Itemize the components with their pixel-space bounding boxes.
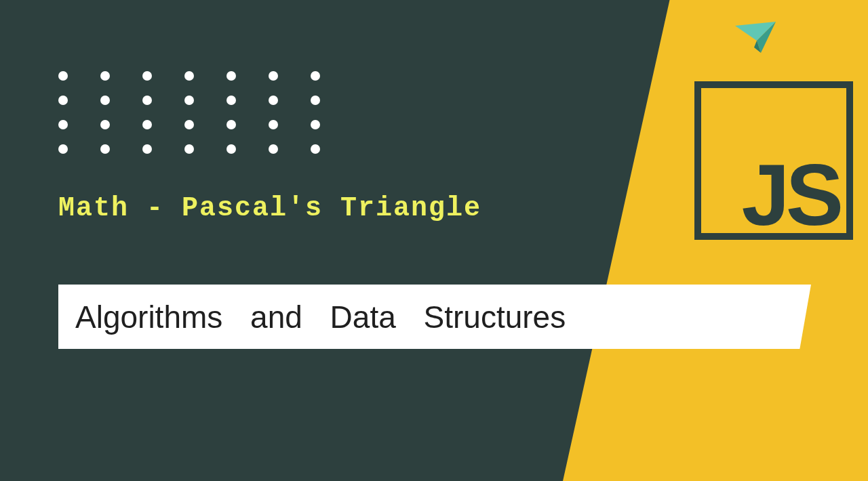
dot-icon (142, 96, 152, 105)
dot-icon (142, 71, 152, 81)
dot-icon (58, 120, 68, 129)
dot-icon (100, 71, 110, 81)
dot-icon (226, 96, 236, 105)
dot-icon (100, 144, 110, 154)
dot-icon (58, 144, 68, 154)
subtitle-text: Math - Pascal's Triangle (58, 193, 481, 224)
dot-icon (184, 120, 194, 129)
javascript-logo-text: JS (741, 152, 840, 238)
dot-icon (184, 144, 194, 154)
javascript-logo: JS (694, 81, 853, 240)
dot-icon (226, 71, 236, 81)
dot-icon (269, 144, 278, 154)
decorative-dots-grid (58, 71, 320, 154)
dot-icon (142, 120, 152, 129)
dot-icon (100, 120, 110, 129)
dot-icon (58, 71, 68, 81)
dot-icon (226, 144, 236, 154)
dot-icon (269, 120, 278, 129)
title-banner: Algorithms and Data Structures (58, 285, 811, 349)
title-text: Algorithms and Data Structures (75, 299, 566, 335)
dot-icon (311, 144, 320, 154)
dot-icon (311, 120, 320, 129)
dot-icon (311, 96, 320, 105)
dot-icon (184, 71, 194, 81)
dot-icon (269, 96, 278, 105)
dot-icon (142, 144, 152, 154)
dot-icon (311, 71, 320, 81)
dot-icon (184, 96, 194, 105)
paper-plane-icon (734, 20, 777, 58)
dot-icon (226, 120, 236, 129)
dot-icon (269, 71, 278, 81)
dot-icon (100, 96, 110, 105)
dot-icon (58, 96, 68, 105)
